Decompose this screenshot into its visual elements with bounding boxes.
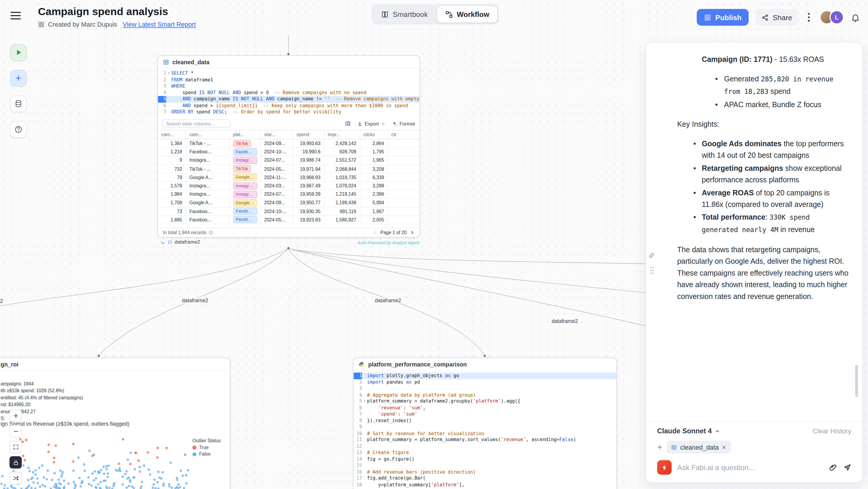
run-button[interactable] xyxy=(10,44,27,61)
header-actions: Publish Share L xyxy=(697,9,860,26)
table-row[interactable]: 73Faceboo...Faceboo...2024-10-...19,930.… xyxy=(158,207,420,215)
code-line: 5▾platform_summary = dataframe2.groupby(… xyxy=(354,398,617,405)
table-cell: 9 xyxy=(158,156,186,164)
table-cell xyxy=(388,156,420,164)
table-search-input[interactable] xyxy=(162,119,230,128)
sql-editor[interactable]: 1▾SELECT *2FROM dataframe13WHERE4 spend … xyxy=(158,69,420,118)
line-number: 9 xyxy=(354,424,362,430)
publish-button[interactable]: Publish xyxy=(697,9,749,26)
assistant-input[interactable] xyxy=(677,463,824,471)
column-header[interactable]: spend xyxy=(293,130,324,139)
table-cell: TikTok - ... xyxy=(186,164,229,173)
dataframe-icon xyxy=(167,240,172,245)
lock-button[interactable] xyxy=(9,456,22,468)
next-page-button[interactable] xyxy=(410,230,414,235)
clear-history-button[interactable]: Clear History xyxy=(813,427,851,435)
table-cell: 1,578 xyxy=(158,181,186,190)
drag-handle-icon[interactable] xyxy=(650,267,654,274)
table-cell: 2024-05... xyxy=(260,215,293,224)
scrollbar[interactable] xyxy=(855,365,858,397)
prev-page-button[interactable] xyxy=(373,230,377,235)
table-cell: 732 xyxy=(158,164,186,173)
column-header[interactable]: plat... xyxy=(229,130,260,139)
column-header[interactable]: clicks xyxy=(360,130,388,139)
tab-smartbook[interactable]: Smartbook xyxy=(373,6,436,23)
zoom-out-button[interactable] xyxy=(9,425,22,437)
table-row[interactable]: 79Google A...Google ...2024-11-...19,968… xyxy=(158,173,420,182)
table-row[interactable]: 732TikTok - ...TikTok2024-05...19,971.94… xyxy=(158,164,420,173)
fold-spacer xyxy=(362,379,367,386)
scatter-plot[interactable] xyxy=(1,429,190,489)
table-cell: Google ... xyxy=(229,198,260,207)
legend-item[interactable]: False xyxy=(192,451,221,457)
shuffle-button[interactable] xyxy=(9,472,22,484)
node-cleaned-data[interactable]: cleaned_data 1▾SELECT *2FROM dataframe13… xyxy=(157,55,420,238)
node-campaign-roi[interactable]: gn_roi ampaigns: 1944ith ≥$10k spend: 10… xyxy=(0,358,230,489)
fit-view-button[interactable] xyxy=(9,441,22,453)
t​ab-workflow[interactable]: Workflow xyxy=(437,6,498,23)
python-editor[interactable]: 1import plotly.graph_objects as go2impor… xyxy=(354,371,617,489)
node-platform-performance[interactable]: platform_performance_comparison 1import … xyxy=(353,358,617,489)
format-button[interactable]: Format xyxy=(392,121,415,126)
code-text: WHERE xyxy=(171,83,185,90)
view-latest-report-link[interactable]: View Latest Smart Report xyxy=(123,21,196,28)
format-label: Format xyxy=(399,121,415,126)
table-row[interactable]: 1,984Instagra...Instagra...2024-07...19,… xyxy=(158,190,420,198)
code-text: fig.add_trace(go.Bar( xyxy=(367,475,426,482)
result-table[interactable]: cam...cam...plat...star...spendimpr...cl… xyxy=(158,130,420,227)
add-node-button[interactable] xyxy=(10,70,27,87)
table-row[interactable]: 9Instagra...Instagra...2024-07...19,988.… xyxy=(158,156,420,164)
table-cell: Instagra... xyxy=(229,181,260,190)
export-button[interactable]: Export xyxy=(357,121,385,126)
table-cell xyxy=(388,181,420,190)
table-cell xyxy=(388,207,420,215)
columns-button[interactable] xyxy=(345,120,351,127)
code-text: # Aggregate data by platform (ad group) xyxy=(367,392,476,398)
model-selector[interactable]: Claude Sonnet 4 xyxy=(657,427,720,435)
share-button[interactable]: Share xyxy=(755,9,799,26)
column-header[interactable]: impr... xyxy=(324,130,360,139)
chat-paragraph: Key Insights: xyxy=(677,118,849,130)
table-row[interactable]: 1,708Google A...Google ...2024-09...19,9… xyxy=(158,198,420,207)
data-sources-button[interactable] xyxy=(10,95,27,112)
edge-label-dataframe2: dataframe2 xyxy=(551,318,579,324)
code-text: 'spend': 'sum' xyxy=(367,411,417,418)
table-row[interactable]: 1,364TikTok - ...TikTok2024-09...19,993.… xyxy=(158,139,420,148)
send-icon xyxy=(843,463,851,471)
zoom-in-button[interactable] xyxy=(9,409,22,422)
column-header[interactable]: cam... xyxy=(186,130,229,139)
line-number: 16 xyxy=(354,469,362,476)
code-line: 3 xyxy=(354,386,617,392)
attach-button[interactable] xyxy=(829,463,837,471)
node-output-variable[interactable]: dataframe2 xyxy=(160,239,200,245)
assistant-messages[interactable]: Campaign (ID: 1771) - 15.63x ROASGenerat… xyxy=(677,54,849,425)
code-line: 9 xyxy=(354,424,617,430)
edge-label-dataframe2-cut: 2 xyxy=(0,298,4,304)
notifications-button[interactable] xyxy=(851,12,860,22)
column-header[interactable]: star... xyxy=(260,130,293,139)
menu-button[interactable] xyxy=(10,11,21,20)
table-cell: 2,068,844 xyxy=(324,164,360,173)
workflow-canvas[interactable]: 2 dataframe2 dataframe2 dataframe2 Campa… xyxy=(0,0,868,489)
table-cell: 1,708 xyxy=(158,198,186,207)
table-row[interactable]: 1,218Faceboo...Faceboo...2024-10-...19,9… xyxy=(158,148,420,156)
context-chip[interactable]: cleaned_data xyxy=(667,441,731,454)
legend-item[interactable]: True xyxy=(192,445,221,450)
table-row[interactable]: 1,578Instagra...Instagra...2024-03...19,… xyxy=(158,181,420,190)
chip-close-icon[interactable] xyxy=(722,445,726,449)
column-header[interactable]: cam... xyxy=(158,130,186,139)
table-cell xyxy=(388,164,420,173)
fabi-logo xyxy=(657,460,672,475)
help-button[interactable] xyxy=(10,121,27,138)
send-button[interactable] xyxy=(843,463,851,471)
avatar-group[interactable]: L xyxy=(819,10,844,25)
add-context-button[interactable]: + xyxy=(657,442,662,451)
pin-panel-icon[interactable] xyxy=(648,252,655,259)
record-count: In total 1,944 records xyxy=(163,230,206,235)
table-row[interactable]: 1,685Faceboo...Faceboo...2024-05...19,92… xyxy=(158,215,420,224)
chat-bullet: Google Ads dominates the top performers … xyxy=(677,137,849,161)
assistant-footer: Claude Sonnet 4 Clear History + cleaned_… xyxy=(646,421,862,483)
plus-icon xyxy=(12,412,19,419)
column-header[interactable]: ctr xyxy=(388,130,420,139)
more-options-button[interactable] xyxy=(805,12,813,23)
